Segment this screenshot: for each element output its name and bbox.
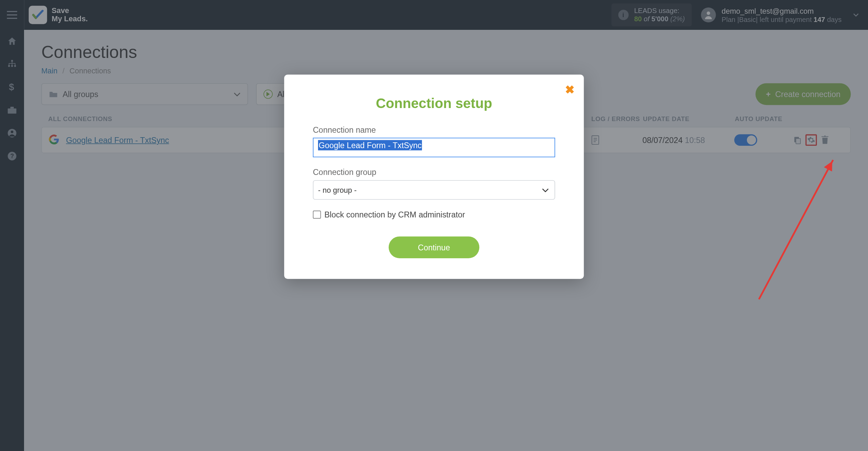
- label-connection-name: Connection name: [313, 125, 555, 134]
- modal-title: Connection setup: [313, 95, 555, 111]
- checkbox-box-icon: [313, 211, 321, 218]
- block-connection-label: Block connection by CRM administrator: [324, 210, 465, 219]
- connection-group-value: - no group -: [318, 186, 356, 194]
- chevron-down-icon: [542, 188, 549, 192]
- continue-button[interactable]: Continue: [389, 236, 479, 258]
- block-connection-checkbox[interactable]: Block connection by CRM administrator: [313, 210, 555, 219]
- close-icon[interactable]: ✖: [565, 83, 575, 96]
- connection-setup-modal: ✖ Connection setup Connection name Googl…: [284, 75, 584, 279]
- connection-name-input[interactable]: Google Lead Form - TxtSync: [313, 138, 555, 157]
- connection-group-select[interactable]: - no group -: [313, 180, 555, 200]
- label-connection-group: Connection group: [313, 168, 555, 177]
- annotation-arrow: [758, 159, 834, 300]
- modal-overlay: ✖ Connection setup Connection name Googl…: [0, 0, 868, 451]
- annotation-arrow-head: [824, 159, 836, 171]
